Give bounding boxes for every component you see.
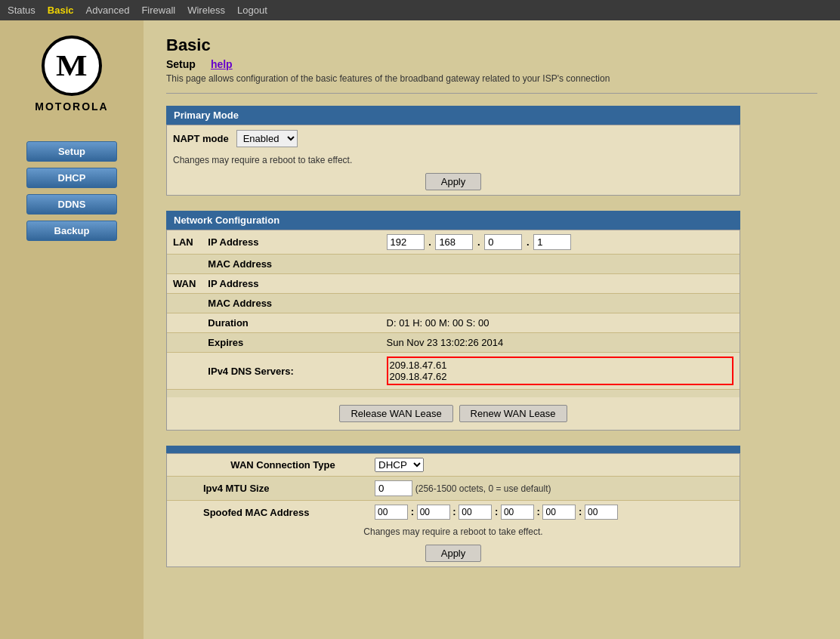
lan-ip-oct2[interactable] xyxy=(435,234,473,250)
mtu-label: Ipv4 MTU Size xyxy=(197,477,369,501)
nav-logout[interactable]: Logout xyxy=(237,5,267,16)
wan-connection-section: WAN Connection Type DHCP Static PPPoE xyxy=(166,446,740,567)
wan-ip-value xyxy=(381,274,740,294)
wan-ip-row: WAN IP Address xyxy=(167,274,740,294)
spoofed-mac-inputs: : : : : : xyxy=(369,501,740,524)
mtu-row: Ipv4 MTU Size (256-1500 octets, 0 = use … xyxy=(167,477,740,501)
network-config-section: Network Configuration LAN IP Address . . xyxy=(166,211,740,431)
lan-ip-inputs: . . . xyxy=(381,230,740,255)
help-link[interactable]: help xyxy=(211,58,233,70)
divider xyxy=(166,93,817,94)
network-config-header: Network Configuration xyxy=(166,211,740,230)
dns-values: 209.18.47.61 209.18.47.62 xyxy=(381,353,740,390)
primary-mode-section: Primary Mode NAPT mode Enabled Disabled … xyxy=(166,106,740,196)
lan-ip-row: LAN IP Address . . . xyxy=(167,230,740,255)
nav-firewall[interactable]: Firewall xyxy=(141,5,175,16)
brand-name: MOTOROLA xyxy=(35,100,108,113)
nav-advanced[interactable]: Advanced xyxy=(86,5,130,16)
wan-mac-row: MAC Address xyxy=(167,294,740,313)
wan-conn-apply-button[interactable]: Apply xyxy=(425,545,482,562)
page-description: This page allows configuration of the ba… xyxy=(166,73,817,84)
spoofed-mac-label: Spoofed MAC Address xyxy=(197,501,369,524)
dns1-value: 209.18.47.61 xyxy=(390,360,730,371)
primary-mode-header: Primary Mode xyxy=(166,106,740,125)
page-title: Basic xyxy=(166,36,817,55)
lease-buttons-row: Release WAN Lease Renew WAN Lease xyxy=(167,397,740,430)
lan-mac-row: MAC Address xyxy=(167,255,740,274)
renew-wan-lease-button[interactable]: Renew WAN Lease xyxy=(459,405,567,422)
wan-mac-label: MAC Address xyxy=(202,294,380,313)
main-content: Basic Setup help This page allows config… xyxy=(144,20,840,639)
wan-connection-table: WAN Connection Type DHCP Static PPPoE xyxy=(167,454,740,523)
wan-prefix: WAN xyxy=(167,274,202,294)
mac-oct5[interactable] xyxy=(542,505,576,520)
primary-mode-apply-button[interactable]: Apply xyxy=(425,173,482,190)
wan-mac-value xyxy=(381,294,740,313)
mac-oct3[interactable] xyxy=(459,505,492,520)
dns-row: IPv4 DNS Servers: 209.18.47.61 209.18.47… xyxy=(167,353,740,390)
sidebar-setup-button[interactable]: Setup xyxy=(26,141,117,162)
sidebar-dhcp-button[interactable]: DHCP xyxy=(26,168,117,188)
lan-ip-label: IP Address xyxy=(202,230,380,255)
dns-label: IPv4 DNS Servers: xyxy=(202,353,380,390)
nav-basic[interactable]: Basic xyxy=(48,5,74,16)
sidebar-backup-button[interactable]: Backup xyxy=(26,221,117,241)
duration-row: Duration D: 01 H: 00 M: 00 S: 00 xyxy=(167,313,740,333)
lan-mac-value xyxy=(381,255,740,274)
lan-ip-oct4[interactable] xyxy=(533,234,571,250)
top-nav: Status Basic Advanced Firewall Wireless … xyxy=(0,0,840,20)
wan-conn-type-row: WAN Connection Type DHCP Static PPPoE xyxy=(167,454,740,477)
mac-oct6[interactable] xyxy=(585,505,618,520)
nav-status[interactable]: Status xyxy=(8,5,36,16)
lan-mac-label: MAC Address xyxy=(202,255,380,274)
expires-label: Expires xyxy=(202,333,380,353)
reboot-note2: Changes may require a reboot to take eff… xyxy=(167,523,740,540)
lan-prefix: LAN xyxy=(167,230,202,255)
reboot-note: Changes may require a reboot to take eff… xyxy=(167,152,740,168)
dns2-value: 209.18.47.62 xyxy=(390,371,730,382)
duration-label: Duration xyxy=(202,313,380,333)
duration-value: D: 01 H: 00 M: 00 S: 00 xyxy=(381,313,740,333)
logo-icon: M xyxy=(42,36,102,96)
empty-row xyxy=(167,390,740,398)
mac-oct2[interactable] xyxy=(417,505,450,520)
dns-highlight-box: 209.18.47.61 209.18.47.62 xyxy=(387,357,733,385)
network-config-table: LAN IP Address . . . xyxy=(167,230,740,397)
mac-oct4[interactable] xyxy=(501,505,534,520)
napt-label: NAPT mode xyxy=(173,133,229,144)
mtu-input[interactable] xyxy=(375,480,412,496)
expires-row: Expires Sun Nov 23 13:02:26 2014 xyxy=(167,333,740,353)
lan-ip-oct3[interactable] xyxy=(484,234,522,250)
logo-area: M MOTOROLA xyxy=(35,36,108,113)
wan-ip-label: IP Address xyxy=(202,274,380,294)
napt-select[interactable]: Enabled Disabled xyxy=(236,130,298,147)
expires-value: Sun Nov 23 13:02:26 2014 xyxy=(381,333,740,353)
mtu-note: (256-1500 octets, 0 = use default) xyxy=(415,483,551,494)
nav-wireless[interactable]: Wireless xyxy=(187,5,225,16)
wan-connection-header xyxy=(166,446,740,453)
spoofed-mac-row: Spoofed MAC Address : : : : : xyxy=(167,501,740,524)
lan-ip-oct1[interactable] xyxy=(387,234,425,250)
sidebar-ddns-button[interactable]: DDNS xyxy=(26,194,117,215)
wan-conn-label: WAN Connection Type xyxy=(197,454,369,477)
sidebar: M MOTOROLA Setup DHCP DDNS Backup xyxy=(0,20,144,639)
wan-conn-select[interactable]: DHCP Static PPPoE xyxy=(375,458,424,472)
mac-oct1[interactable] xyxy=(375,505,408,520)
napt-row: NAPT mode Enabled Disabled xyxy=(167,125,740,152)
setup-label: Setup xyxy=(166,58,196,70)
release-wan-lease-button[interactable]: Release WAN Lease xyxy=(339,405,452,422)
